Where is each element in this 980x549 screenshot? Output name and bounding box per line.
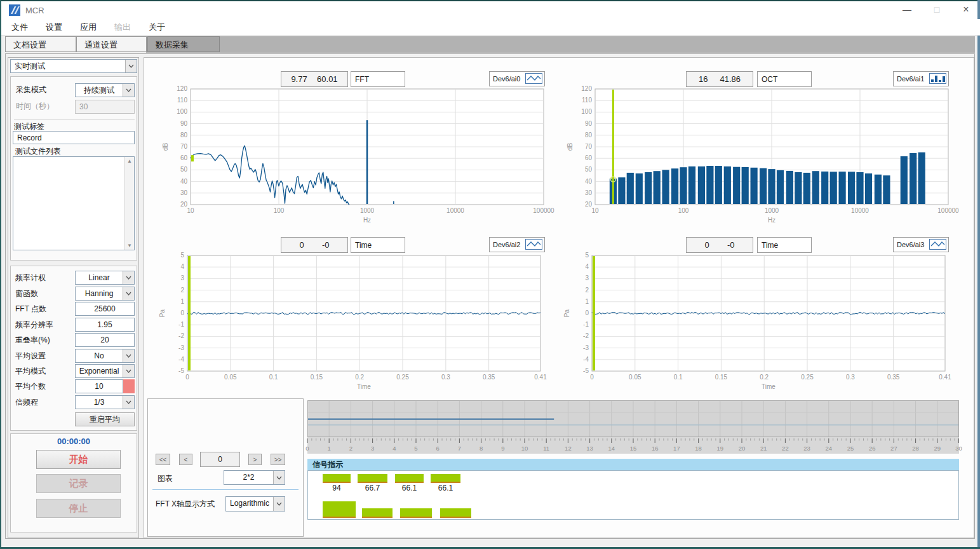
svg-text:22: 22 — [782, 445, 789, 452]
svg-text:-5: -5 — [583, 367, 589, 374]
signal-value: 66.1 — [393, 484, 426, 492]
signal-level-bar — [358, 474, 387, 483]
svg-text:70: 70 — [180, 143, 188, 150]
svg-text:0.3: 0.3 — [441, 374, 450, 381]
measure-mode-select[interactable]: 实时测试 — [10, 59, 137, 73]
test-file-listbox[interactable]: ▲ ▼ — [13, 156, 135, 250]
svg-text:19: 19 — [717, 445, 724, 452]
svg-text:Time: Time — [357, 383, 371, 390]
svg-text:15: 15 — [630, 445, 637, 452]
time-chart-ai2[interactable]: -5-4-3-2-101234500.050.10.150.20.250.30.… — [157, 248, 546, 393]
fft-xaxis-mode-select[interactable]: Logarithmic — [225, 496, 285, 512]
avg-count-input[interactable]: 10 — [75, 379, 123, 393]
freq-resolution-input[interactable]: 1.95 — [75, 318, 135, 332]
time-seconds-input: 30 — [75, 100, 135, 114]
fft-points-input[interactable]: 25600 — [75, 302, 135, 316]
nav-index-input[interactable]: 0 — [200, 452, 240, 467]
svg-text:0: 0 — [180, 309, 184, 316]
avg-mode-select[interactable]: Exponential — [75, 364, 135, 378]
svg-text:100: 100 — [581, 108, 592, 115]
svg-text:60: 60 — [180, 154, 188, 161]
window-border-right — [977, 0, 980, 549]
nav-last-button[interactable]: >> — [271, 454, 285, 465]
svg-text:60: 60 — [585, 154, 593, 161]
svg-text:10: 10 — [591, 207, 599, 214]
chevron-down-icon[interactable] — [273, 497, 285, 511]
svg-text:3: 3 — [371, 445, 374, 452]
window-border-left — [0, 0, 1, 549]
freq-weighting-select[interactable]: Linear — [75, 271, 135, 285]
svg-text:6: 6 — [436, 445, 440, 452]
scroll-up-icon[interactable]: ▲ — [125, 158, 134, 164]
svg-text:100000: 100000 — [533, 207, 554, 214]
tab-channel-settings[interactable]: 通道设置 — [76, 36, 147, 52]
avg-setting-select[interactable]: No — [75, 349, 135, 363]
svg-text:Hz: Hz — [363, 217, 371, 224]
chevron-down-icon[interactable] — [123, 365, 134, 377]
chevron-down-icon[interactable] — [273, 471, 285, 484]
svg-text:-1: -1 — [583, 321, 589, 328]
svg-text:80: 80 — [180, 132, 188, 139]
minimize-button[interactable]: — — [896, 2, 918, 17]
svg-text:13: 13 — [586, 445, 593, 452]
param-label-freq-weighting: 频率计权 — [15, 271, 46, 285]
svg-text:4: 4 — [393, 445, 396, 452]
oct-chart[interactable]: 2030405060708090100110120101001000100001… — [565, 81, 953, 226]
nav-prev-button[interactable]: < — [179, 454, 192, 465]
chevron-down-icon[interactable] — [123, 349, 134, 362]
svg-text:0: 0 — [585, 309, 589, 316]
acq-mode-select[interactable]: 持续测试 — [75, 83, 135, 97]
averaging-status-indicator — [123, 379, 135, 393]
menu-item-application[interactable]: 应用 — [80, 22, 97, 33]
chevron-down-icon[interactable] — [123, 396, 134, 409]
restart-average-button[interactable]: 重启平均 — [75, 412, 135, 426]
octave-select[interactable]: 1/3 — [75, 395, 135, 409]
overlap-input[interactable]: 20 — [75, 333, 135, 347]
svg-text:dB: dB — [567, 143, 574, 151]
scroll-down-icon[interactable]: ▼ — [125, 243, 134, 248]
svg-text:1000: 1000 — [765, 207, 779, 214]
chevron-down-icon[interactable] — [123, 271, 134, 284]
chevron-down-icon[interactable] — [125, 60, 137, 72]
menu-item-settings[interactable]: 设置 — [46, 22, 62, 33]
svg-text:10000: 10000 — [851, 207, 869, 214]
param-label-avg-mode: 平均模式 — [15, 365, 46, 378]
svg-text:21: 21 — [760, 445, 767, 452]
record-timeline[interactable]: 0123456789101112131415161718192021222324… — [307, 400, 959, 454]
svg-text:14: 14 — [608, 445, 615, 452]
svg-text:4: 4 — [585, 263, 589, 270]
svg-text:0.15: 0.15 — [715, 374, 728, 381]
scrollbar[interactable]: ▲ ▼ — [124, 157, 134, 250]
nav-next-button[interactable]: > — [248, 454, 262, 465]
tab-strip — [146, 36, 975, 53]
signal-level-bar — [395, 474, 424, 483]
acq-mode-label: 采集模式 — [16, 83, 46, 97]
chart-layout-label: 图表 — [158, 472, 173, 485]
maximize-button[interactable]: □ — [926, 2, 948, 17]
test-tag-input[interactable]: Record — [13, 131, 135, 144]
close-button[interactable]: × — [955, 2, 977, 17]
svg-text:2: 2 — [585, 287, 589, 294]
svg-text:0.35: 0.35 — [483, 374, 495, 381]
svg-text:100: 100 — [177, 108, 187, 115]
svg-text:10: 10 — [187, 207, 194, 214]
svg-text:110: 110 — [177, 97, 187, 104]
title-bar: MCR — [1, 1, 977, 19]
tab-data-acquisition[interactable]: 数据采集 — [147, 36, 220, 52]
nav-first-button[interactable]: << — [156, 454, 170, 465]
svg-text:12: 12 — [565, 445, 572, 452]
signal-level-bar — [431, 474, 460, 483]
window-function-select[interactable]: Hanning — [75, 287, 135, 301]
tab-document-settings[interactable]: 文档设置 — [5, 36, 76, 52]
chart-layout-select[interactable]: 2*2 — [224, 470, 285, 485]
chevron-down-icon[interactable] — [123, 84, 134, 97]
menu-item-about[interactable]: 关于 — [149, 22, 165, 33]
svg-text:30: 30 — [585, 189, 593, 196]
fft-chart[interactable]: 2030405060708090100110120101001000100001… — [160, 81, 549, 226]
chevron-down-icon[interactable] — [123, 287, 134, 300]
start-button[interactable]: 开始 — [36, 450, 121, 469]
svg-text:80: 80 — [585, 132, 593, 139]
time-chart-ai3[interactable]: -5-4-3-2-101234500.050.10.150.20.250.30.… — [561, 248, 950, 393]
menu-item-file[interactable]: 文件 — [11, 22, 28, 33]
svg-text:0.2: 0.2 — [355, 374, 364, 381]
